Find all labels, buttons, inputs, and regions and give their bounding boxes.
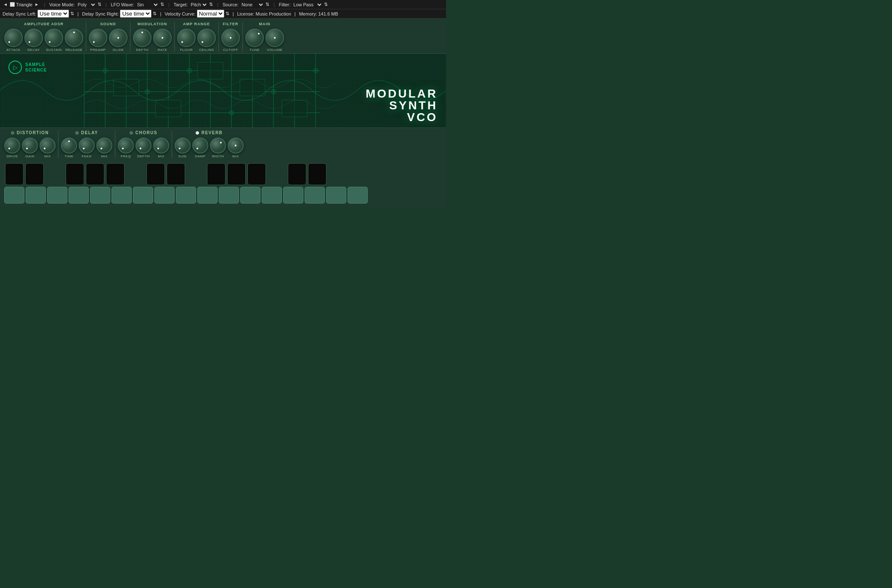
delay-mix-knob[interactable] (96, 138, 112, 154)
time-knob[interactable] (61, 138, 77, 154)
second-menu-bar: Delay Sync Left: Use timeSync ⇅ | Delay … (0, 9, 446, 19)
black-key-0[interactable] (5, 163, 24, 185)
voice-mode-select[interactable]: PolyMono (76, 2, 96, 8)
glide-knob[interactable] (109, 29, 127, 47)
reverb-toggle[interactable] (196, 131, 199, 135)
filter-select[interactable]: Low PassHigh PassBand Pass (292, 2, 323, 8)
black-key-7[interactable] (146, 163, 165, 185)
voice-mode-label: Voice Mode: (49, 2, 75, 7)
white-key-7[interactable] (154, 187, 175, 204)
distortion-knobs: DRIVE GAIN MIX (4, 138, 56, 158)
tune-knob-wrap: TUNE (245, 29, 264, 52)
dist-gain-knob[interactable] (22, 138, 38, 154)
release-label: RELEASE (66, 48, 82, 52)
ceiling-knob[interactable] (197, 29, 216, 47)
chorus-knobs: FREQ DEPTH MIX (118, 138, 169, 158)
size-knob[interactable] (175, 138, 191, 154)
chorus-mix-knob[interactable] (153, 138, 169, 154)
chorus-depth-knob-wrap: DEPTH (135, 138, 151, 158)
black-key-5[interactable] (106, 163, 125, 185)
svg-rect-22 (156, 100, 181, 117)
distortion-toggle[interactable] (11, 131, 14, 135)
white-key-3[interactable] (69, 187, 89, 204)
white-key-5[interactable] (112, 187, 132, 204)
sound-knobs: PREAMP GLIDE (89, 29, 127, 52)
chorus-toggle[interactable] (130, 131, 133, 135)
floor-knob[interactable] (177, 29, 196, 47)
attack-knob[interactable] (4, 29, 23, 47)
reverb-mix-knob[interactable] (228, 138, 244, 154)
white-key-15[interactable] (326, 187, 346, 204)
delay-sync-left-select[interactable]: Use timeSync (37, 10, 69, 18)
amp-range-knobs: FLOOR CEILING (177, 29, 216, 52)
release-knob[interactable] (65, 29, 83, 47)
velocity-curve-item: Velocity Curve: NormalSoft ⇅ (165, 10, 229, 18)
cutoff-label: CUTOFF (223, 48, 238, 52)
black-key-14[interactable] (288, 163, 306, 185)
black-key-12[interactable] (247, 163, 266, 185)
black-key-1[interactable] (25, 163, 44, 185)
black-key-10[interactable] (207, 163, 226, 185)
white-keys-row (4, 187, 442, 204)
preamp-knob-wrap: PREAMP (89, 29, 107, 52)
distortion-header: DISTORTION (11, 130, 49, 135)
size-knob-wrap: SIZE (175, 138, 191, 158)
white-key-4[interactable] (90, 187, 110, 204)
svg-point-16 (145, 89, 150, 94)
cutoff-knob[interactable] (221, 29, 240, 47)
prev-preset-btn[interactable]: ◄ (3, 2, 8, 7)
chorus-mix-label: MIX (158, 154, 165, 158)
delay-sync-right-select[interactable]: Use timeSync (120, 10, 151, 18)
chorus-depth-knob[interactable] (135, 138, 151, 154)
white-key-10[interactable] (219, 187, 239, 204)
drive-knob[interactable] (4, 138, 20, 154)
width-knob[interactable] (210, 138, 226, 154)
white-key-11[interactable] (240, 187, 260, 204)
lfo-wave-select[interactable]: SinSawSquare (135, 2, 159, 8)
black-key-3[interactable] (66, 163, 84, 185)
feed-knob[interactable] (79, 138, 95, 154)
white-key-13[interactable] (283, 187, 303, 204)
modulation-knobs: DEPTH RATE (133, 29, 172, 52)
preamp-knob[interactable] (89, 29, 107, 47)
amp-range-label: AMP RANGE (183, 22, 210, 26)
black-key-8[interactable] (167, 163, 185, 185)
decay-knob[interactable] (24, 29, 43, 47)
white-key-2[interactable] (47, 187, 67, 204)
time-knob-wrap: TIME (61, 138, 77, 158)
black-key-11[interactable] (227, 163, 246, 185)
damp-knob[interactable] (192, 138, 208, 154)
divider-2 (130, 22, 130, 52)
velocity-curve-select[interactable]: NormalSoft (197, 10, 224, 18)
dist-mix-knob[interactable] (40, 138, 56, 154)
target-item: Target: PitchFilter ⇅ (174, 2, 213, 8)
black-key-15[interactable] (308, 163, 327, 185)
white-key-14[interactable] (305, 187, 325, 204)
next-preset-btn[interactable]: ► (34, 2, 40, 7)
white-key-1[interactable] (26, 187, 46, 204)
amp-range-group: AMP RANGE FLOOR CEILING (177, 22, 216, 52)
white-key-6[interactable] (133, 187, 153, 204)
depth-knob[interactable] (133, 29, 151, 47)
black-keys-row (4, 163, 442, 185)
delay-toggle[interactable] (75, 131, 79, 135)
white-key-9[interactable] (197, 187, 218, 204)
white-key-16[interactable] (348, 187, 368, 204)
black-key-4[interactable] (86, 163, 104, 185)
glide-knob-wrap: GLIDE (109, 29, 127, 52)
freq-knob[interactable] (118, 138, 134, 154)
volume-knob[interactable] (265, 29, 284, 47)
delay-knobs: TIME FEED MIX (61, 138, 112, 158)
license-label: License: (237, 11, 254, 16)
lfo-wave-item: LFO Wave: SinSawSquare ⇅ (111, 2, 164, 8)
reverb-mix-label: MIX (232, 154, 239, 158)
white-key-12[interactable] (262, 187, 282, 204)
tune-knob[interactable] (245, 29, 264, 47)
dist-mix-label: MIX (44, 154, 51, 158)
target-select[interactable]: PitchFilter (189, 2, 208, 8)
white-key-8[interactable] (176, 187, 196, 204)
rate-knob[interactable] (153, 29, 172, 47)
white-key-0[interactable] (4, 187, 24, 204)
source-select[interactable]: NoneVelocity (240, 2, 264, 8)
sustain-knob[interactable] (45, 29, 63, 47)
